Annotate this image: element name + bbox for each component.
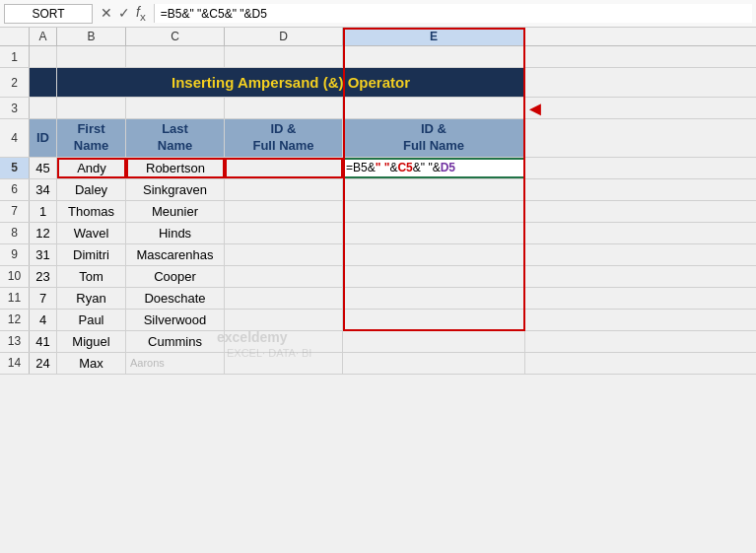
- cell-c3[interactable]: [126, 98, 225, 118]
- cell-b3[interactable]: [57, 98, 126, 118]
- cell-a12[interactable]: 4: [30, 310, 57, 330]
- cell-e11[interactable]: [343, 288, 525, 309]
- cell-e1[interactable]: [343, 46, 525, 67]
- cell-d13[interactable]: [225, 331, 343, 352]
- header-cell-id-full-name: ID & Full Name: [225, 119, 343, 157]
- cancel-icon[interactable]: ✕: [101, 5, 112, 21]
- cell-a8[interactable]: 12: [30, 223, 57, 243]
- cell-d3[interactable]: [225, 98, 343, 118]
- table-row: 1: [0, 46, 756, 68]
- col-header-d[interactable]: D: [225, 28, 343, 45]
- row-header-1[interactable]: 1: [0, 46, 30, 67]
- row-header-12[interactable]: 12: [0, 310, 30, 330]
- row-header-11[interactable]: 11: [0, 288, 30, 309]
- header-cell-e-id-full: ID & Full Name: [343, 119, 525, 157]
- cell-b9[interactable]: Dimitri: [57, 244, 126, 265]
- formula-input[interactable]: =B5&" "&C5&" "&D5: [154, 4, 752, 23]
- table-row: 7 1 Thomas Meunier: [0, 201, 756, 223]
- cell-b14[interactable]: Max: [57, 353, 126, 374]
- table-row: 10 23 Tom Cooper: [0, 266, 756, 288]
- header-cell-last-name: Last Name: [126, 119, 225, 157]
- table-row: 5 45 Andy Robertson =B5&" "&C5&" "&D5: [0, 158, 756, 179]
- cell-d1[interactable]: [225, 46, 343, 67]
- cell-b5[interactable]: Andy: [57, 158, 126, 178]
- cell-b13[interactable]: Miguel: [57, 331, 126, 352]
- row-header-6[interactable]: 6: [0, 179, 30, 200]
- cell-a11[interactable]: 7: [30, 288, 57, 309]
- cell-e3[interactable]: [343, 98, 525, 118]
- col-header-b[interactable]: B: [57, 28, 126, 45]
- cell-b11[interactable]: Ryan: [57, 288, 126, 309]
- cell-e13[interactable]: [343, 331, 525, 352]
- name-box[interactable]: SORT: [4, 4, 93, 24]
- cell-c5[interactable]: Robertson: [126, 158, 225, 178]
- cell-d9[interactable]: [225, 244, 343, 265]
- cell-c7[interactable]: Meunier: [126, 201, 225, 222]
- table-row: 13 41 Miguel Cummins: [0, 331, 756, 353]
- cell-e9[interactable]: [343, 244, 525, 265]
- col-header-c[interactable]: C: [126, 28, 225, 45]
- row-header-4[interactable]: 4: [0, 119, 30, 157]
- cell-d10[interactable]: [225, 266, 343, 287]
- row-header-9[interactable]: 9: [0, 244, 30, 265]
- cell-a10[interactable]: 23: [30, 266, 57, 287]
- cell-c9[interactable]: Mascarenhas: [126, 244, 225, 265]
- cell-c8[interactable]: Hinds: [126, 223, 225, 243]
- cell-a9[interactable]: 31: [30, 244, 57, 265]
- cell-c12[interactable]: Silverwood: [126, 310, 225, 330]
- cell-d8[interactable]: [225, 223, 343, 243]
- insert-function-icon[interactable]: fx: [136, 4, 146, 23]
- row-header-2[interactable]: 2: [0, 68, 30, 97]
- cell-e5[interactable]: =B5&" "&C5&" "&D5: [343, 158, 525, 178]
- cell-a1[interactable]: [30, 46, 57, 67]
- cell-c10[interactable]: Cooper: [126, 266, 225, 287]
- table-row: 6 34 Daley Sinkgraven: [0, 179, 756, 201]
- cell-d14[interactable]: [225, 353, 343, 374]
- col-header-e[interactable]: E: [343, 28, 525, 45]
- table-row: 2 Inserting Ampersand (&) Operator: [0, 68, 756, 98]
- corner-cell: [0, 28, 30, 45]
- spreadsheet-grid: 1 2 Inserting Ampersand (&) Operator 3 4…: [0, 46, 756, 375]
- table-row: 14 24 Max Aarons: [0, 353, 756, 375]
- cell-b1[interactable]: [57, 46, 126, 67]
- cell-c6[interactable]: Sinkgraven: [126, 179, 225, 200]
- row-header-13[interactable]: 13: [0, 331, 30, 352]
- cell-d6[interactable]: [225, 179, 343, 200]
- cell-d11[interactable]: [225, 288, 343, 309]
- cell-e12[interactable]: [343, 310, 525, 330]
- row-header-5[interactable]: 5: [0, 158, 30, 178]
- cell-e7[interactable]: [343, 201, 525, 222]
- cell-d5[interactable]: [225, 158, 343, 178]
- cell-e14[interactable]: [343, 353, 525, 374]
- cell-a13[interactable]: 41: [30, 331, 57, 352]
- cell-b10[interactable]: Tom: [57, 266, 126, 287]
- cell-a2[interactable]: [30, 68, 57, 97]
- row-header-8[interactable]: 8: [0, 223, 30, 243]
- cell-c11[interactable]: Doeschate: [126, 288, 225, 309]
- cell-c1[interactable]: [126, 46, 225, 67]
- row-header-10[interactable]: 10: [0, 266, 30, 287]
- row-header-7[interactable]: 7: [0, 201, 30, 222]
- cell-a6[interactable]: 34: [30, 179, 57, 200]
- cell-e8[interactable]: [343, 223, 525, 243]
- cell-c13[interactable]: Cummins: [126, 331, 225, 352]
- cell-a7[interactable]: 1: [30, 201, 57, 222]
- cell-b8[interactable]: Wavel: [57, 223, 126, 243]
- row-header-3[interactable]: 3: [0, 98, 30, 118]
- table-row: 9 31 Dimitri Mascarenhas: [0, 244, 756, 266]
- cell-a3[interactable]: [30, 98, 57, 118]
- cell-a5[interactable]: 45: [30, 158, 57, 178]
- cell-a14[interactable]: 24: [30, 353, 57, 374]
- col-header-a[interactable]: A: [30, 28, 57, 45]
- cell-b7[interactable]: Thomas: [57, 201, 126, 222]
- cell-b6[interactable]: Daley: [57, 179, 126, 200]
- table-row: 12 4 Paul Silverwood: [0, 310, 756, 331]
- row-header-14[interactable]: 14: [0, 353, 30, 374]
- confirm-icon[interactable]: ✓: [118, 5, 130, 21]
- cell-e6[interactable]: [343, 179, 525, 200]
- cell-c14[interactable]: Aarons: [126, 353, 225, 374]
- cell-d12[interactable]: [225, 310, 343, 330]
- cell-b12[interactable]: Paul: [57, 310, 126, 330]
- cell-e10[interactable]: [343, 266, 525, 287]
- cell-d7[interactable]: [225, 201, 343, 222]
